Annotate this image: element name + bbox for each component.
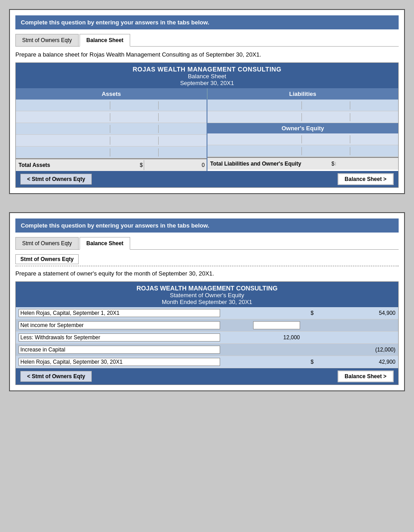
asset-input-2b[interactable]	[158, 113, 207, 121]
liability-row-2	[207, 111, 398, 123]
columns-header-1: Assets Liabilities	[16, 88, 398, 100]
stmt-input-label-2[interactable]	[19, 333, 220, 342]
stmt-label-4	[16, 356, 245, 368]
asset-row-4	[16, 135, 207, 147]
stmt-dollar-1	[303, 319, 322, 332]
equity-input-2b[interactable]	[350, 147, 398, 155]
stmt-label-2	[16, 332, 245, 344]
panel-balance-sheet: Complete this question by entering your …	[9, 9, 405, 194]
stmt-final-2	[322, 332, 398, 344]
stmt-header: ROJAS WEALTH MANAGEMENT CONSULTING State…	[16, 282, 398, 307]
company-name-1: ROJAS WEALTH MANAGEMENT CONSULTING	[18, 66, 396, 73]
equity-row-1	[207, 133, 398, 145]
stmt-dollar-4: $	[303, 356, 322, 368]
stmt-dollar-3	[303, 344, 322, 356]
tabs-row-2: Stmt of Owners Eqty Balance Sheet	[15, 237, 399, 250]
stmt-num-2: 12,000	[245, 332, 303, 344]
liability-row-1	[207, 100, 398, 111]
asset-input-3[interactable]	[110, 125, 158, 133]
next-btn-1[interactable]: Balance Sheet >	[338, 173, 394, 185]
sheet-body-1: Total Assets $ 0 Owner's Equity	[16, 100, 398, 171]
stmt-label-3	[16, 344, 245, 356]
asset-row-1	[16, 100, 207, 111]
asset-input-1b[interactable]	[158, 101, 207, 109]
liability-input-1[interactable]	[301, 101, 350, 109]
stmt-num-3	[245, 344, 303, 356]
tab-stmt-2[interactable]: Stmt of Owners Eqty	[15, 237, 79, 249]
total-liabilities-row: Total Liabilities and Owner's Equity $	[207, 157, 398, 170]
asset-input-4b[interactable]	[158, 137, 207, 145]
stmt-row-3: (12,000)	[16, 344, 398, 356]
asset-input-5b[interactable]	[158, 148, 207, 157]
asset-input-5[interactable]	[110, 148, 158, 157]
stmt-input-label-4[interactable]	[19, 358, 220, 366]
stmt-dollar-0: $	[303, 307, 322, 319]
equity-input-1b[interactable]	[350, 135, 398, 143]
sheet-title-1: Balance Sheet	[18, 73, 396, 80]
stmt-final-3: (12,000)	[322, 344, 398, 356]
total-assets-dollar: $	[139, 160, 144, 170]
stmt-row-4: $ 42,900	[16, 356, 398, 368]
total-liabilities-dollar: $	[330, 159, 335, 169]
assets-section: Total Assets $ 0	[16, 100, 207, 171]
asset-row-3	[16, 123, 207, 135]
prepare-text-1: Prepare a balance sheet for Rojas Wealth…	[15, 51, 399, 58]
liabilities-section: Owner's Equity Total Liabilities and Own…	[207, 100, 398, 171]
stmt-label-0	[16, 307, 245, 319]
stmt-final-4: 42,900	[322, 356, 398, 368]
stmt-input-num-1[interactable]	[253, 321, 300, 329]
stmt-row-1	[16, 319, 398, 332]
sheet-date-1: September 30, 20X1	[18, 80, 396, 86]
liabilities-header: Liabilities	[207, 88, 399, 100]
assets-header: Assets	[16, 88, 207, 100]
tab-balance-sheet-2[interactable]: Balance Sheet	[80, 237, 130, 250]
instruction-text-2: Complete this question by entering your …	[21, 222, 209, 229]
balance-sheet-container: ROJAS WEALTH MANAGEMENT CONSULTING Balan…	[15, 62, 399, 188]
instruction-bar-2: Complete this question by entering your …	[15, 218, 399, 233]
prev-btn-1[interactable]: < Stmt of Owners Eqty	[20, 174, 92, 185]
stmt-input-label-3[interactable]	[19, 346, 220, 354]
equity-row-2	[207, 145, 398, 157]
stmt-input-label-1[interactable]	[19, 321, 220, 329]
asset-input-3b[interactable]	[158, 125, 207, 133]
stmt-equity-container: ROJAS WEALTH MANAGEMENT CONSULTING State…	[15, 281, 399, 385]
total-assets-row: Total Assets $ 0	[16, 158, 207, 171]
sub-tab-stmt[interactable]: Stmt of Owners Eqty	[15, 254, 79, 264]
nav-bar-2: < Stmt of Owners Eqty Balance Sheet >	[16, 368, 398, 385]
stmt-table: $ 54,900 12,000	[16, 307, 398, 368]
stmt-num-0	[245, 307, 303, 319]
tab-balance-sheet-1[interactable]: Balance Sheet	[80, 34, 130, 47]
stmt-dollar-2	[303, 332, 322, 344]
sheet-header-1: ROJAS WEALTH MANAGEMENT CONSULTING Balan…	[16, 63, 398, 88]
liability-input-1b[interactable]	[350, 101, 398, 109]
asset-input-2[interactable]	[110, 113, 158, 121]
stmt-label-1	[16, 319, 245, 332]
stmt-final-0: 54,900	[322, 307, 398, 319]
company-name-2: ROJAS WEALTH MANAGEMENT CONSULTING	[18, 285, 396, 292]
total-assets-value: 0	[144, 160, 207, 170]
prepare-text-2: Prepare a statement of owner's equity fo…	[15, 270, 399, 277]
equity-input-2[interactable]	[301, 147, 350, 155]
asset-input-4[interactable]	[110, 137, 158, 145]
next-btn-2[interactable]: Balance Sheet >	[338, 370, 394, 382]
stmt-input-label-0[interactable]	[19, 309, 220, 317]
asset-row-5	[16, 147, 207, 158]
liability-input-2b[interactable]	[350, 113, 398, 121]
stmt-row-0: $ 54,900	[16, 307, 398, 319]
asset-input-1[interactable]	[110, 101, 158, 109]
stmt-final-1	[322, 319, 398, 332]
nav-bar-1: < Stmt of Owners Eqty Balance Sheet >	[16, 171, 398, 187]
total-liabilities-value	[335, 162, 398, 166]
tab-stmt-owners-eqty-1[interactable]: Stmt of Owners Eqty	[15, 34, 79, 46]
total-liabilities-label: Total Liabilities and Owner's Equity	[207, 159, 330, 169]
panel-stmt-equity: Complete this question by entering your …	[9, 212, 405, 391]
stmt-row-2: 12,000	[16, 332, 398, 344]
tabs-row-1: Stmt of Owners Eqty Balance Sheet	[15, 34, 399, 47]
liability-input-2[interactable]	[301, 113, 350, 121]
stmt-num-4	[245, 356, 303, 368]
equity-input-1[interactable]	[301, 135, 350, 143]
prev-btn-2[interactable]: < Stmt of Owners Eqty	[20, 371, 92, 382]
owner-equity-header: Owner's Equity	[207, 123, 398, 133]
stmt-date: Month Ended September 30, 20X1	[18, 299, 396, 305]
stmt-num-1	[245, 319, 303, 332]
